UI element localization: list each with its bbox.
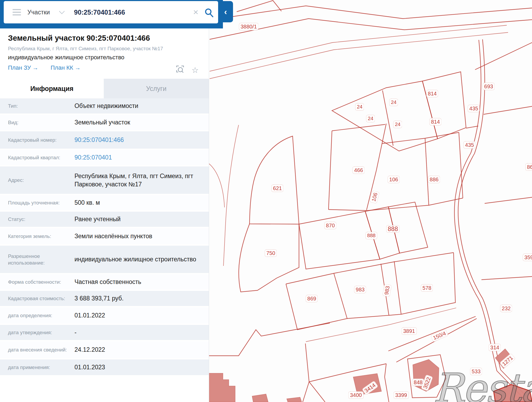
parcel-label[interactable]: 24 bbox=[389, 99, 398, 106]
table-row: дата внесения сведений:24.12.2022 bbox=[0, 341, 209, 359]
parcel-label[interactable]: 3400 bbox=[348, 391, 364, 399]
table-row: Категория земель:Земли населённых пункто… bbox=[0, 228, 209, 246]
parcel-label[interactable]: 750 bbox=[265, 249, 277, 257]
parcel-label[interactable]: 869 bbox=[306, 295, 318, 302]
parcel-label[interactable]: 578 bbox=[421, 284, 433, 292]
clear-icon[interactable]: × bbox=[193, 7, 198, 17]
table-row: Кадастровый номер:90:25:070401:466 bbox=[0, 131, 209, 150]
page-title: Земельный участок 90:25:070401:466 bbox=[8, 34, 209, 43]
attribute-table: Тип:Объект недвижимости Вид:Земельный уч… bbox=[0, 98, 209, 376]
search-category-select[interactable]: Участки bbox=[27, 9, 50, 16]
parcel-label[interactable]: 106 bbox=[369, 190, 380, 204]
parcel-label[interactable]: 3880/1 bbox=[239, 23, 258, 30]
table-row: дата применения:01.01.2023 bbox=[0, 359, 209, 376]
parcel-label[interactable]: 232 bbox=[500, 305, 512, 312]
parcel-label[interactable]: 314 bbox=[489, 344, 501, 351]
table-row: Кадастровая стоимость:3 688 393,71 руб. bbox=[0, 291, 209, 307]
panel-collapse-button[interactable]: ‹ bbox=[218, 1, 233, 22]
parcel-label[interactable]: 86 bbox=[525, 163, 532, 171]
search-bar: Участки × bbox=[4, 1, 218, 23]
parcel-label[interactable]: 886 bbox=[428, 176, 440, 183]
table-row: Площадь уточненная:500 кв. м bbox=[0, 195, 209, 212]
search-input[interactable] bbox=[73, 8, 162, 16]
parcel-label[interactable]: 814 bbox=[426, 90, 438, 97]
parcel-label[interactable]: 693 bbox=[483, 83, 494, 90]
table-row: Кадастровый квартал:90:25:070401 bbox=[0, 150, 209, 166]
parcel-label[interactable]: 24 bbox=[355, 103, 364, 111]
tab-services[interactable]: Услуги bbox=[104, 79, 209, 98]
cadastral-number-link[interactable]: 90:25:070401:466 bbox=[74, 136, 129, 144]
parcel-label[interactable]: 24 bbox=[393, 121, 402, 128]
watermark: Restate bbox=[433, 365, 532, 402]
cadastral-quarter-link[interactable]: 90:25:070401 bbox=[74, 153, 117, 162]
table-row: дата определения:01.01.2022 bbox=[0, 307, 209, 325]
parcel-address: Республика Крым, г Ялта, пгт Симеиз, пгт… bbox=[8, 46, 209, 52]
preview-plan-icon[interactable] bbox=[176, 65, 185, 75]
table-row: Вид:Земельный участок bbox=[0, 115, 209, 131]
parcel-label[interactable]: 3522 bbox=[421, 375, 433, 391]
tab-bar: Информация Услуги bbox=[0, 79, 209, 98]
favorite-star-icon[interactable]: ☆ bbox=[192, 65, 199, 75]
table-row: Статус:Ранее учтенный bbox=[0, 212, 209, 228]
table-row: Разрешенное использование:индивидуальное… bbox=[0, 246, 209, 274]
search-icon[interactable] bbox=[204, 7, 214, 19]
parcel-label[interactable]: 983 bbox=[382, 284, 392, 297]
parcel-label[interactable]: 621 bbox=[271, 185, 283, 192]
info-panel: Участки × Земельный участок 90:25:070401… bbox=[0, 0, 209, 402]
parcel-label[interactable]: 359 bbox=[523, 254, 532, 261]
plan-zu-link[interactable]: План ЗУ → bbox=[8, 64, 38, 71]
parcel-label[interactable]: 435 bbox=[468, 105, 480, 112]
parcel-label[interactable]: 3414 bbox=[362, 380, 378, 395]
parcel-label[interactable]: 435 bbox=[463, 141, 475, 149]
parcel-label[interactable]: 814 bbox=[429, 118, 441, 125]
search-header: Участки × bbox=[0, 0, 223, 28]
chevron-down-icon[interactable] bbox=[59, 8, 65, 14]
table-row: дата утверждения:- bbox=[0, 325, 209, 341]
parcel-label[interactable]: 24 bbox=[366, 115, 375, 122]
parcel-label[interactable]: 106 bbox=[388, 176, 400, 183]
table-row: Тип:Объект недвижимости bbox=[0, 98, 209, 115]
parcel-label[interactable]: 888 bbox=[365, 232, 377, 239]
tab-information[interactable]: Информация bbox=[0, 79, 104, 98]
parcel-label[interactable]: 3399 bbox=[394, 391, 409, 399]
parcel-summary: Земельный участок 90:25:070401:466 Респу… bbox=[0, 28, 209, 79]
parcel-label[interactable]: 3891 bbox=[402, 327, 417, 335]
parcel-label[interactable]: 870 bbox=[324, 222, 336, 229]
parcel-label[interactable]: 150/4 bbox=[430, 329, 448, 342]
plan-kk-link[interactable]: План КК → bbox=[51, 64, 81, 71]
parcel-usage: индивидуальное жилищное строительство bbox=[8, 54, 209, 61]
table-row: Форма собственности:Частная собственност… bbox=[0, 274, 209, 291]
parcel-label[interactable]: 466 bbox=[352, 166, 364, 174]
parcel-label[interactable]: 983 bbox=[354, 286, 366, 293]
menu-icon[interactable] bbox=[13, 9, 21, 15]
parcel-label[interactable]: 888 bbox=[386, 225, 400, 233]
table-row: Адрес:Республика Крым, г Ялта, пгт Симеи… bbox=[0, 166, 209, 195]
